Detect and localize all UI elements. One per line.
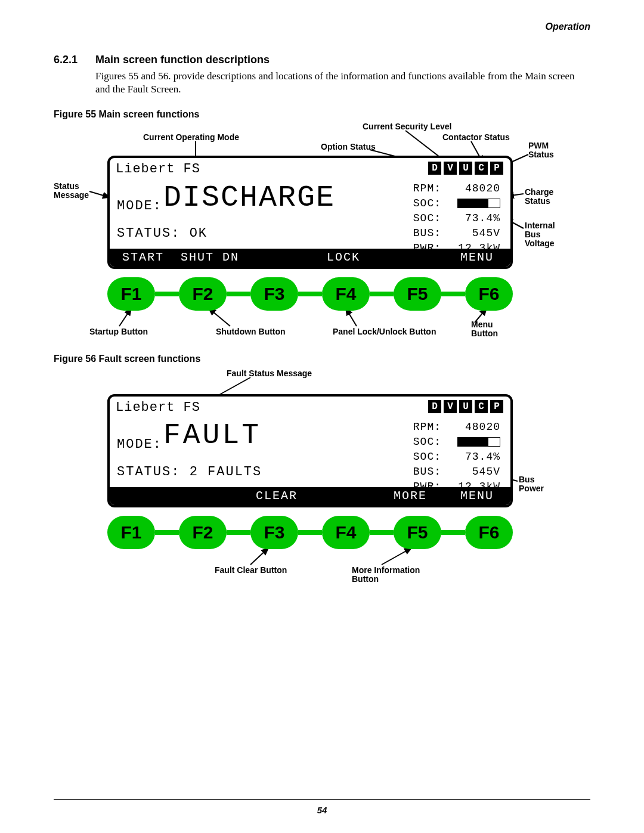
annot-option-status: Option Status: [321, 143, 376, 151]
annot-charge-status: Charge Status: [525, 188, 553, 206]
annot-lock-button: Panel Lock/Unlock Button: [333, 327, 436, 336]
mode-label: MODE:: [117, 437, 162, 452]
soc-bar: [457, 437, 500, 447]
indicator-c: C: [475, 162, 488, 175]
annot-menu-button: Menu Button: [471, 320, 498, 339]
fkey-f6[interactable]: F6: [465, 516, 513, 549]
annot-internal-bus-voltage: Internal Bus Voltage: [525, 221, 555, 249]
status-label: STATUS:: [117, 226, 180, 241]
footer-rule: [54, 799, 590, 800]
status-value: OK: [190, 226, 208, 241]
softkey-more[interactable]: MORE: [377, 487, 444, 505]
annot-status-message: Status Message: [54, 182, 89, 200]
softkey-bar: START SHUT DN LOCK MENU: [110, 249, 510, 267]
readings-table: RPM:48020 SOC: SOC:73.4% BUS:545V PWR:12…: [411, 419, 502, 496]
bus-value: 545V: [446, 227, 501, 240]
indicator-v: V: [444, 162, 457, 175]
status-value: 2 FAULTS: [190, 465, 262, 479]
svg-line-14: [250, 548, 268, 565]
fkey-f5[interactable]: F5: [394, 516, 441, 549]
bus-label: BUS:: [413, 465, 445, 479]
indicator-d: D: [428, 162, 441, 175]
status-label: STATUS:: [117, 465, 180, 479]
annot-bus-power: Bus Power: [519, 475, 544, 494]
soc-label: SOC:: [413, 212, 445, 225]
softkey-bar: CLEAR MORE MENU: [110, 487, 510, 505]
fkey-f1[interactable]: F1: [107, 516, 155, 549]
soc-value: 73.4%: [446, 450, 501, 464]
soc-bar: [457, 199, 500, 208]
softkey-start[interactable]: START: [110, 249, 177, 267]
figure55: Current Operating Mode Option Status Cur…: [54, 120, 590, 340]
indicator-u: U: [459, 162, 472, 175]
section-number: 6.2.1: [54, 54, 95, 66]
fkey-f2[interactable]: F2: [179, 277, 227, 311]
fkey-f3[interactable]: F3: [250, 277, 298, 311]
soc-value: 73.4%: [446, 212, 501, 225]
soc-bar-label: SOC:: [413, 197, 445, 210]
fkey-f5[interactable]: F5: [394, 277, 441, 311]
annot-pwm-status: PWM Status: [528, 141, 554, 160]
fkey-f6[interactable]: F6: [465, 277, 513, 311]
annot-fault-clear-button: Fault Clear Button: [215, 566, 287, 575]
section-body: Figures 55 and 56. provide descriptions …: [95, 70, 590, 96]
softkey-menu[interactable]: MENU: [444, 249, 510, 267]
page-header-section: Operation: [545, 21, 590, 32]
mode-value: DISCHARGE: [163, 181, 335, 215]
softkey-f5[interactable]: [377, 249, 444, 267]
indicator-d: D: [428, 400, 441, 413]
softkey-f4[interactable]: [310, 487, 377, 505]
indicator-p: P: [490, 162, 503, 175]
fkey-f4[interactable]: F4: [322, 516, 370, 549]
soc-label: SOC:: [413, 450, 445, 464]
annot-fault-status-message: Fault Status Message: [227, 369, 312, 378]
fault-screen-lcd: Liebert FS D V U C P MODE: FAULT STATUS:…: [107, 394, 513, 507]
indicator-c: C: [475, 400, 488, 413]
soc-bar-label: SOC:: [413, 435, 445, 449]
indicator-u: U: [459, 400, 472, 413]
mode-label: MODE:: [117, 199, 162, 213]
figure55-caption: Figure 55 Main screen functions: [54, 109, 590, 120]
softkey-shutdown[interactable]: SHUT DN: [177, 249, 243, 267]
mode-value: FAULT: [163, 419, 261, 451]
readings-table: RPM:48020 SOC: SOC:73.4% BUS:545V PWR:12…: [411, 181, 502, 257]
fkey-f4[interactable]: F4: [322, 277, 370, 311]
softkey-menu[interactable]: MENU: [444, 487, 510, 505]
rpm-label: RPM:: [413, 420, 445, 434]
figure56: Fault Status Message Bus Power Fault Cle…: [54, 364, 590, 579]
section-heading: 6.2.1Main screen function descriptions: [54, 54, 590, 66]
indicator-p: P: [490, 400, 503, 413]
softkey-f3[interactable]: [243, 249, 310, 267]
section-title: Main screen function descriptions: [95, 54, 270, 66]
annot-current-security-level: Current Security Level: [363, 122, 451, 131]
status-line: STATUS: 2 FAULTS: [117, 465, 262, 479]
indicator-strip: D V U C P: [428, 162, 503, 175]
bus-label: BUS:: [413, 227, 445, 240]
page-number: 54: [0, 805, 644, 815]
softkey-clear[interactable]: CLEAR: [243, 487, 310, 505]
softkey-lock[interactable]: LOCK: [310, 249, 377, 267]
lcd-title: Liebert FS: [116, 400, 200, 415]
indicator-v: V: [444, 400, 457, 413]
annot-shutdown-button: Shutdown Button: [216, 327, 286, 336]
bus-value: 545V: [446, 465, 501, 479]
status-line: STATUS: OK: [117, 226, 208, 241]
fkey-f3[interactable]: F3: [250, 516, 298, 549]
rpm-value: 48020: [446, 420, 501, 434]
fkey-row: F1 F2 F3 F4 F5 F6: [107, 276, 513, 312]
main-screen-lcd: Liebert FS D V U C P MODE: DISCHARGE STA…: [107, 156, 513, 269]
figure56-caption: Figure 56 Fault screen functions: [54, 354, 590, 364]
softkey-f2[interactable]: [177, 487, 243, 505]
softkey-f1[interactable]: [110, 487, 177, 505]
fkey-row: F1 F2 F3 F4 F5 F6: [107, 515, 513, 550]
fkey-f1[interactable]: F1: [107, 277, 155, 311]
fkey-f2[interactable]: F2: [179, 516, 227, 549]
annot-contactor-status: Contactor Status: [442, 133, 510, 142]
annot-current-operating-mode: Current Operating Mode: [143, 133, 239, 142]
annot-more-info-button: More Information Button: [352, 566, 420, 584]
indicator-strip: D V U C P: [428, 400, 503, 413]
rpm-label: RPM:: [413, 182, 445, 196]
lcd-title: Liebert FS: [116, 162, 200, 176]
svg-line-5: [89, 191, 110, 197]
svg-line-15: [382, 548, 411, 565]
